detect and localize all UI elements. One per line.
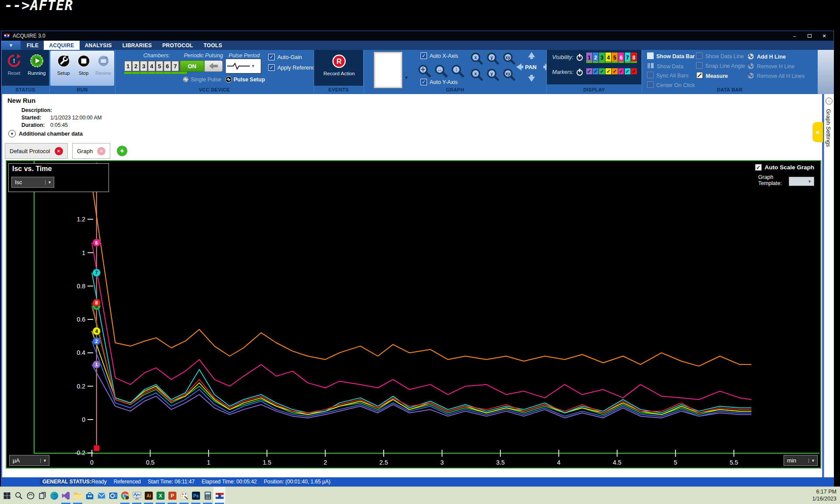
visibility-channel-1[interactable]: 1 — [586, 52, 592, 63]
visibility-channel-2[interactable]: 2 — [593, 52, 599, 63]
ribbon-tab-analysis[interactable]: ANALYSIS — [80, 41, 117, 50]
tab-default-protocol[interactable]: Default Protocol✕ — [5, 143, 68, 159]
graph-preview-chevron-icon[interactable]: ▼ — [404, 75, 409, 80]
chamber-button-5[interactable]: 5 — [156, 61, 163, 71]
graph-settings-panel[interactable]: ‹ Graph Settings — [824, 94, 834, 477]
databar-show-data-bar[interactable]: Show Data Bar — [647, 52, 695, 60]
visibility-channel-4[interactable]: 4 — [606, 52, 612, 63]
running-button[interactable]: Running — [26, 53, 47, 76]
taskbar-icon-search[interactable] — [13, 487, 24, 504]
marker-channel-7[interactable]: ✓ — [625, 68, 631, 74]
reset-button[interactable]: ! Reset — [4, 53, 24, 76]
markers-power-icon[interactable] — [576, 68, 584, 78]
chamber-button-1[interactable]: 1 — [124, 61, 132, 71]
graph-panel[interactable]: 1.210.80.60.40.20-0.200.511.522.533.544.… — [6, 160, 821, 469]
marker-channel-1[interactable]: ✓ — [586, 68, 592, 74]
ribbon-menu-button[interactable]: ▼ — [1, 41, 21, 50]
ribbon-tab-acquire[interactable]: ACQUIRE — [44, 41, 79, 50]
ribbon-tab-libraries[interactable]: LIBRARIES — [117, 41, 157, 50]
taskbar-icon-acquire[interactable] — [214, 487, 225, 504]
marker-channel-3[interactable]: ✓ — [599, 68, 605, 74]
auto-gain-checkbox[interactable]: ✓Auto-Gain — [268, 54, 302, 60]
taskbar-icon-paint[interactable] — [178, 487, 190, 504]
taskbar-icon-chrome[interactable] — [119, 487, 131, 504]
marker-channel-2[interactable]: ✓ — [593, 68, 599, 74]
close-tab-icon[interactable]: ✕ — [55, 147, 63, 155]
apply-reference-checkbox[interactable]: ✓Apply Reference — [268, 64, 318, 71]
marker-channel-4[interactable]: ✓ — [606, 68, 612, 74]
auto-y-axis-checkbox[interactable]: ✓Auto Y-Axis — [420, 79, 458, 85]
zoom-horizontal-button[interactable]: ↔ — [434, 64, 448, 80]
graph-template-preview[interactable] — [374, 52, 402, 88]
taskbar-icon-mail[interactable] — [95, 487, 107, 504]
zoom-extent-button[interactable]: ✛ — [417, 64, 431, 80]
pulse-period-dropdown[interactable]: ▼ — [225, 59, 261, 74]
close-tab-icon[interactable]: ✕ — [97, 147, 105, 155]
minimize-button[interactable]: – — [787, 31, 802, 41]
databar-snap-line-angle[interactable]: Snap Line Angle — [696, 62, 745, 70]
pan-down-button[interactable] — [528, 74, 536, 84]
databar-measure[interactable]: Measure — [696, 72, 728, 80]
pulse-setup-button[interactable]: Pulse Setup — [225, 76, 265, 83]
x-unit-dropdown[interactable]: min▼ — [784, 455, 818, 466]
add-tab-button[interactable]: + — [117, 146, 127, 156]
pan-left-button[interactable] — [516, 63, 524, 73]
review-button[interactable]: Review — [93, 54, 114, 76]
pan-up-button[interactable] — [528, 52, 536, 61]
ribbon-tab-file[interactable]: FILE — [21, 41, 44, 50]
taskbar-icon-calculator[interactable] — [202, 487, 214, 504]
databar-remove-all-h-lines[interactable]: ✕Remove All H Lines — [747, 72, 805, 80]
visibility-channel-8[interactable]: 8 — [631, 52, 637, 63]
ribbon-tab-tools[interactable]: TOOLS — [198, 41, 228, 50]
chamber-button-7[interactable]: 7 — [172, 61, 179, 71]
marker-channel-8[interactable]: ✓ — [631, 68, 637, 74]
taskbar-icon-cortana[interactable] — [24, 487, 36, 504]
record-action-button[interactable]: R Record Action — [314, 53, 364, 76]
zoom-out-y-button[interactable]: -y — [485, 67, 500, 84]
chamber-button-2[interactable]: 2 — [132, 61, 140, 71]
zoom-in-xy-button[interactable]: +xy — [501, 51, 516, 67]
databar-sync-all-bars[interactable]: Sync All Bars — [647, 72, 689, 80]
tab-graph[interactable]: Graph✕ — [72, 143, 110, 159]
visibility-channel-6[interactable]: 6 — [618, 52, 624, 63]
taskbar-icon-illustrator[interactable]: Ai — [143, 487, 154, 504]
restore-button[interactable] — [802, 31, 817, 41]
periodic-pulsing-off-arrow[interactable] — [204, 60, 223, 72]
auto-x-axis-checkbox[interactable]: ✓Auto X-Axis — [420, 52, 458, 59]
visibility-channel-7[interactable]: 7 — [625, 52, 631, 63]
taskbar-icon-microsoft-store[interactable] — [84, 487, 95, 504]
databar-show-data[interactable]: Show Data — [647, 62, 683, 70]
taskbar-icon-edge[interactable] — [48, 487, 60, 504]
taskbar-icon-photoshop[interactable]: Ps — [190, 487, 202, 504]
taskbar-icon-excel[interactable]: X — [154, 487, 166, 504]
visibility-power-icon[interactable] — [576, 53, 584, 63]
chart-plot[interactable]: 1.210.80.60.40.20-0.200.511.522.533.544.… — [7, 161, 820, 468]
expand-panel-icon[interactable]: ‹ — [826, 98, 833, 105]
additional-chamber-data-expander[interactable]: ▼ Additional chamber data — [8, 130, 83, 137]
taskbar-clock[interactable]: 6:17 PM 1/16/2023 — [812, 488, 836, 502]
visibility-channel-5[interactable]: 5 — [612, 52, 618, 63]
taskbar-icon-file-explorer[interactable] — [72, 487, 84, 504]
taskbar-icon-outlook[interactable] — [107, 487, 119, 504]
visibility-channel-3[interactable]: 3 — [599, 52, 605, 63]
databar-remove-h-line[interactable]: Remove H Line — [747, 62, 794, 71]
taskbar-icon-daq-monitor[interactable] — [131, 487, 143, 504]
zoom-in-x-button[interactable]: +x — [469, 51, 483, 67]
zoom-in-y-button[interactable]: +y — [485, 51, 500, 67]
marker-channel-6[interactable]: ✓ — [618, 68, 624, 74]
zoom-vertical-button[interactable]: ↕ — [450, 64, 464, 80]
taskbar-icon-powerpoint[interactable]: P — [166, 487, 178, 504]
collapse-settings-tab[interactable]: « — [812, 122, 823, 142]
y-variable-dropdown[interactable]: Isc▼ — [11, 177, 54, 188]
taskbar-icon-start[interactable] — [1, 487, 13, 504]
taskbar-icon-task-view[interactable] — [36, 487, 48, 504]
close-button[interactable]: ✕ — [817, 31, 832, 41]
setup-button[interactable]: Setup — [53, 54, 74, 76]
stop-button[interactable]: Stop — [73, 54, 94, 76]
single-pulse-button[interactable]: Single Pulse — [182, 76, 221, 83]
zoom-out-x-button[interactable]: -x — [469, 67, 483, 84]
databar-add-h-line[interactable]: +Add H Line — [747, 52, 786, 61]
auto-scale-graph-checkbox[interactable]: ✓ Auto Scale Graph — [755, 164, 814, 171]
zoom-out-xy-button[interactable]: -xy — [501, 67, 516, 84]
marker-channel-5[interactable]: ✓ — [612, 68, 618, 74]
